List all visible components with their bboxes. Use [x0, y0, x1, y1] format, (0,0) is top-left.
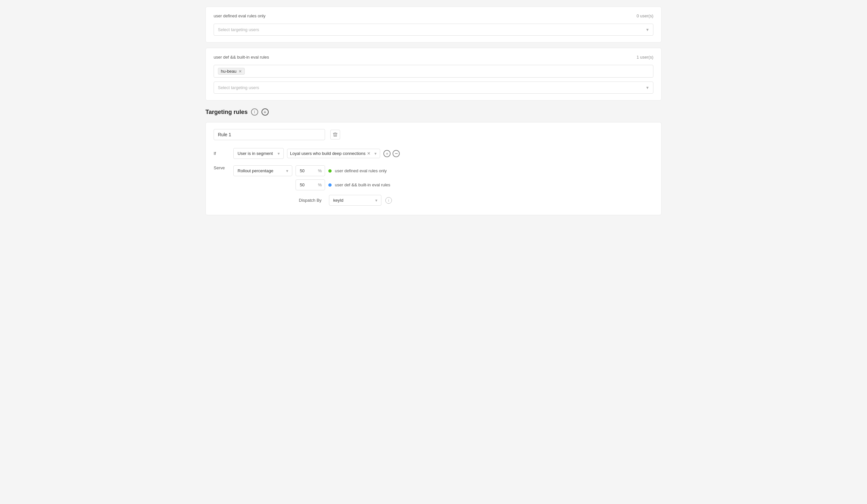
serve-row: Serve Rollout percentage ▼ % [214, 165, 653, 206]
targeting-info-icon[interactable]: i [251, 108, 258, 116]
condition-dropdown-wrapper: User is in segment ▼ [233, 148, 284, 159]
rule-card-1: If User is in segment ▼ Loyal users who … [205, 122, 662, 215]
condition-dropdown[interactable]: User is in segment [233, 148, 284, 159]
select-targeting-1[interactable]: Select targeting users [214, 24, 653, 36]
targeting-title: Targeting rules [205, 109, 248, 116]
blue-dot-icon [328, 183, 332, 187]
section-header-1: user defined eval rules only 0 user(s) [214, 13, 653, 18]
segment-tag-text: Loyal users who build deep connections [290, 151, 366, 156]
percentage-row-1: % user defined eval rules only [296, 165, 392, 176]
pct-input-wrapper-2: % [296, 179, 325, 190]
tag-input-area: hu-beau ✕ [214, 65, 653, 78]
segment-tag-remove-icon[interactable]: ✕ [367, 151, 371, 156]
tag-label: hu-beau [221, 69, 237, 74]
section-user-defined: user defined eval rules only 0 user(s) S… [205, 7, 662, 43]
targeting-add-icon[interactable]: + [261, 108, 269, 116]
section-user-def-builtin: user def && built-in eval rules 1 user(s… [205, 48, 662, 100]
percentage-row-2: % user def && built-in eval rules [296, 179, 392, 190]
dispatch-info-icon[interactable]: i [385, 197, 392, 204]
rollout-dropdown[interactable]: Rollout percentage [233, 165, 292, 176]
dispatch-dropdown[interactable]: keyId [329, 195, 382, 206]
add-condition-button[interactable]: + [383, 150, 390, 157]
segment-chevron-icon[interactable]: ▼ [374, 152, 377, 155]
dispatch-label: Dispatch By [299, 198, 325, 203]
serve-label: Serve [214, 165, 230, 170]
variant1-label: user defined eval rules only [335, 168, 387, 173]
tag-remove-icon[interactable]: ✕ [238, 69, 242, 73]
section-count-1: 0 user(s) [636, 13, 653, 18]
section-title-2: user def && built-in eval rules [214, 55, 269, 59]
if-label: If [214, 151, 230, 156]
dispatch-row: Dispatch By keyId ▼ i [299, 195, 392, 206]
segment-tag: Loyal users who build deep connections ✕ [290, 151, 371, 156]
serve-content: % user defined eval rules only % user de… [296, 165, 392, 206]
green-dot-icon [328, 169, 332, 173]
select-targeting-1-wrapper: Select targeting users ▼ [214, 24, 653, 36]
section-header-2: user def && built-in eval rules 1 user(s… [214, 55, 653, 59]
rule-header [214, 129, 653, 140]
delete-rule-button[interactable] [330, 130, 340, 140]
targeting-header: Targeting rules i + [205, 108, 662, 116]
user-tag-hu-beau: hu-beau ✕ [218, 68, 245, 75]
variant2-label: user def && built-in eval rules [335, 183, 390, 187]
select-targeting-2-wrapper: Select targeting users ▼ [214, 81, 653, 94]
remove-condition-button[interactable]: − [393, 150, 400, 157]
pct-input-wrapper-1: % [296, 165, 325, 176]
add-remove-buttons: + − [383, 150, 400, 157]
segment-select-wrapper: Loyal users who build deep connections ✕… [287, 149, 380, 158]
section-title-1: user defined eval rules only [214, 13, 265, 18]
condition-row: If User is in segment ▼ Loyal users who … [214, 148, 653, 159]
select-targeting-2[interactable]: Select targeting users [214, 81, 653, 94]
rule-name-input[interactable] [214, 129, 325, 140]
targeting-rules-section: Targeting rules i + [205, 108, 662, 215]
section-count-2: 1 user(s) [636, 55, 653, 59]
dispatch-dropdown-wrapper: keyId ▼ [329, 195, 382, 206]
rollout-dropdown-wrapper: Rollout percentage ▼ [233, 165, 292, 176]
